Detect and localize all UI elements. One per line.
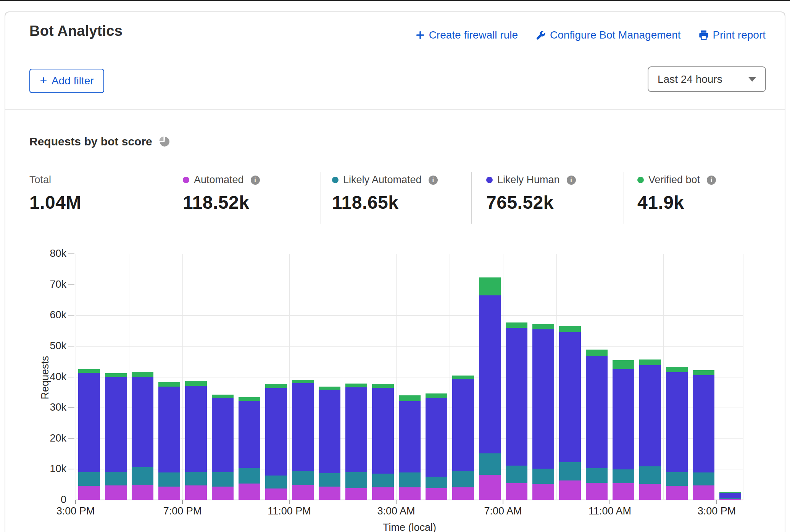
bar-segment-likely-automated[interactable] bbox=[426, 477, 447, 488]
bar-segment-likely-human[interactable] bbox=[452, 379, 474, 471]
bar-segment-likely-human[interactable] bbox=[719, 493, 741, 498]
bar-segment-verified-bot[interactable] bbox=[532, 324, 554, 330]
bar-segment-likely-human[interactable] bbox=[399, 401, 421, 472]
bar[interactable] bbox=[586, 350, 608, 500]
bar-segment-likely-human[interactable] bbox=[586, 356, 608, 468]
bar-segment-automated[interactable] bbox=[399, 487, 421, 500]
bar-segment-likely-human[interactable] bbox=[158, 387, 180, 472]
bar-segment-verified-bot[interactable] bbox=[613, 360, 634, 369]
bar-segment-automated[interactable] bbox=[105, 485, 127, 500]
bar-segment-automated[interactable] bbox=[666, 486, 688, 500]
bar-segment-verified-bot[interactable] bbox=[426, 393, 447, 397]
bar-segment-likely-automated[interactable] bbox=[479, 453, 501, 475]
bar-segment-likely-automated[interactable] bbox=[532, 469, 554, 484]
bar-segment-automated[interactable] bbox=[78, 486, 100, 500]
bar[interactable] bbox=[212, 395, 234, 500]
bar[interactable] bbox=[399, 395, 421, 500]
bar-segment-likely-automated[interactable] bbox=[132, 467, 153, 485]
bar[interactable] bbox=[265, 384, 287, 500]
bar-segment-verified-bot[interactable] bbox=[265, 384, 287, 388]
bar-segment-verified-bot[interactable] bbox=[212, 395, 234, 398]
bar-segment-verified-bot[interactable] bbox=[345, 384, 367, 387]
bar-segment-likely-automated[interactable] bbox=[345, 472, 367, 488]
bar-segment-verified-bot[interactable] bbox=[452, 376, 474, 379]
bar-segment-likely-human[interactable] bbox=[506, 328, 527, 466]
bar[interactable] bbox=[693, 370, 714, 500]
bar-segment-automated[interactable] bbox=[185, 485, 207, 500]
bar-segment-likely-automated[interactable] bbox=[265, 476, 287, 488]
bar-segment-likely-human[interactable] bbox=[265, 388, 287, 476]
bar-segment-likely-automated[interactable] bbox=[78, 472, 100, 486]
bar-segment-verified-bot[interactable] bbox=[185, 381, 207, 386]
bar-segment-likely-human[interactable] bbox=[319, 390, 340, 473]
bar-segment-automated[interactable] bbox=[559, 480, 581, 500]
info-icon[interactable]: i bbox=[567, 176, 576, 185]
create-firewall-rule-link[interactable]: Create firewall rule bbox=[415, 29, 518, 41]
bar-segment-automated[interactable] bbox=[426, 488, 447, 500]
bar[interactable] bbox=[452, 376, 474, 500]
bar[interactable] bbox=[479, 277, 501, 500]
bar-segment-verified-bot[interactable] bbox=[639, 360, 661, 365]
bar[interactable] bbox=[319, 387, 340, 500]
info-icon[interactable]: i bbox=[251, 176, 260, 185]
bar-segment-likely-automated[interactable] bbox=[559, 462, 581, 480]
bar-segment-automated[interactable] bbox=[452, 487, 474, 500]
bar-segment-automated[interactable] bbox=[613, 483, 634, 500]
bar-segment-likely-automated[interactable] bbox=[506, 466, 527, 484]
bar-segment-automated[interactable] bbox=[292, 485, 314, 500]
bar[interactable] bbox=[158, 382, 180, 500]
bar-segment-automated[interactable] bbox=[693, 485, 714, 500]
bar[interactable] bbox=[345, 384, 367, 500]
bar-segment-verified-bot[interactable] bbox=[158, 382, 180, 387]
info-icon[interactable]: i bbox=[707, 176, 716, 185]
configure-bot-management-link[interactable]: Configure Bot Management bbox=[535, 29, 680, 41]
bar-segment-likely-automated[interactable] bbox=[185, 472, 207, 485]
bar-segment-likely-automated[interactable] bbox=[613, 469, 634, 483]
bar-segment-likely-automated[interactable] bbox=[399, 472, 421, 487]
bar-segment-likely-human[interactable] bbox=[479, 295, 501, 453]
bar-segment-verified-bot[interactable] bbox=[666, 367, 688, 372]
bar-segment-likely-automated[interactable] bbox=[586, 468, 608, 483]
bar[interactable] bbox=[719, 492, 741, 500]
bar-segment-likely-human[interactable] bbox=[239, 401, 260, 468]
bar-segment-likely-human[interactable] bbox=[212, 398, 234, 472]
bar-segment-likely-automated[interactable] bbox=[639, 466, 661, 484]
bar-segment-verified-bot[interactable] bbox=[239, 397, 260, 401]
bar-segment-likely-human[interactable] bbox=[532, 329, 554, 468]
bar-segment-likely-human[interactable] bbox=[693, 375, 714, 472]
bar[interactable] bbox=[292, 380, 314, 500]
add-filter-button[interactable]: + Add filter bbox=[29, 69, 104, 93]
bar-segment-likely-automated[interactable] bbox=[212, 472, 234, 487]
bar-segment-automated[interactable] bbox=[372, 487, 394, 500]
bar-segment-verified-bot[interactable] bbox=[506, 322, 527, 328]
bar-segment-automated[interactable] bbox=[639, 484, 661, 500]
bar[interactable] bbox=[132, 372, 153, 500]
bar-segment-verified-bot[interactable] bbox=[319, 387, 340, 390]
bar-segment-likely-human[interactable] bbox=[372, 388, 394, 474]
print-report-link[interactable]: Print report bbox=[698, 29, 766, 41]
bar[interactable] bbox=[185, 381, 207, 500]
bar-segment-likely-human[interactable] bbox=[105, 377, 127, 472]
bar-segment-likely-automated[interactable] bbox=[452, 471, 474, 487]
bar[interactable] bbox=[105, 373, 127, 500]
bar-segment-verified-bot[interactable] bbox=[132, 372, 153, 377]
bar[interactable] bbox=[613, 360, 634, 500]
bar-segment-verified-bot[interactable] bbox=[399, 395, 421, 401]
bar-segment-likely-human[interactable] bbox=[639, 365, 661, 466]
bar-segment-likely-human[interactable] bbox=[78, 373, 100, 472]
bar-segment-verified-bot[interactable] bbox=[586, 350, 608, 356]
bar[interactable] bbox=[506, 322, 527, 500]
bar-segment-verified-bot[interactable] bbox=[559, 326, 581, 332]
bar-segment-verified-bot[interactable] bbox=[292, 380, 314, 384]
bar[interactable] bbox=[639, 360, 661, 500]
bar-segment-automated[interactable] bbox=[132, 485, 153, 500]
bar[interactable] bbox=[78, 369, 100, 500]
bar-segment-automated[interactable] bbox=[265, 488, 287, 500]
bar-segment-likely-automated[interactable] bbox=[105, 472, 127, 485]
bar-segment-likely-human[interactable] bbox=[185, 386, 207, 472]
time-range-select[interactable]: Last 24 hours bbox=[648, 66, 766, 92]
bar-segment-verified-bot[interactable] bbox=[105, 373, 127, 377]
bar-segment-likely-human[interactable] bbox=[345, 387, 367, 472]
bar[interactable] bbox=[372, 384, 394, 500]
bar-segment-likely-human[interactable] bbox=[613, 369, 634, 469]
